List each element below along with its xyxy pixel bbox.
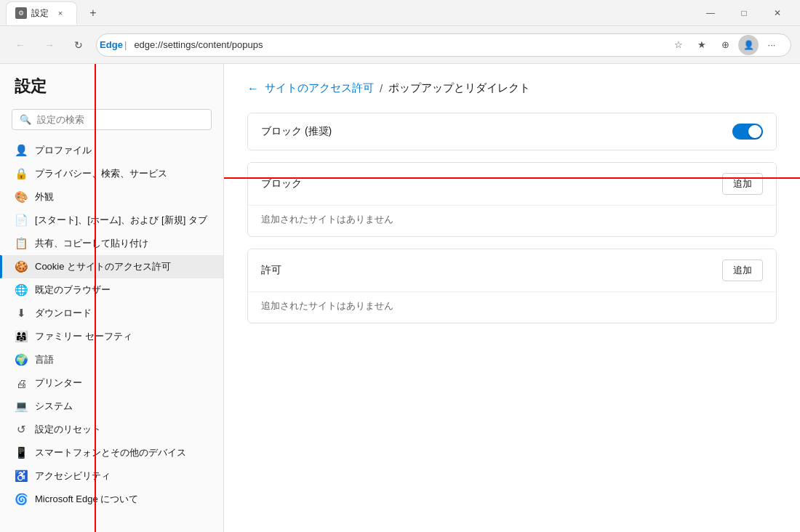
sidebar-item-9[interactable]: 🌍言語 bbox=[0, 348, 223, 371]
sidebar-item-icon-9: 🌍 bbox=[15, 353, 28, 366]
settings-tab[interactable]: ⚙ 設定 × bbox=[6, 1, 77, 25]
sidebar-item-icon-1: 🔒 bbox=[15, 167, 28, 180]
content-inner: ← サイトのアクセス許可 / ポップアップとリダイレクト ブロック (推奨) ブ… bbox=[224, 64, 800, 352]
sidebar-item-12[interactable]: ↺設定のリセット bbox=[0, 418, 223, 441]
block-recommended-title: ブロック (推奨) bbox=[261, 125, 332, 138]
sidebar-item-1[interactable]: 🔒プライバシー、検索、サービス bbox=[0, 162, 223, 185]
block-empty-text: 追加されたサイトはありません bbox=[261, 214, 393, 225]
sidebar-item-label-7: ダウンロード bbox=[35, 307, 92, 320]
sidebar-item-label-9: 言語 bbox=[35, 353, 54, 366]
settings-search-box[interactable]: 🔍 bbox=[12, 109, 212, 130]
search-icon: 🔍 bbox=[20, 114, 31, 125]
sidebar-item-icon-0: 👤 bbox=[15, 144, 28, 157]
allow-title: 許可 bbox=[261, 264, 281, 277]
allow-card: 許可 追加 追加されたサイトはありません bbox=[247, 249, 777, 323]
sidebar-item-3[interactable]: 📄[スタート]、[ホーム]、および [新規] タブ bbox=[0, 209, 223, 232]
sidebar-item-label-5: Cookie とサイトのアクセス許可 bbox=[35, 260, 171, 273]
sidebar-item-icon-6: 🌐 bbox=[15, 283, 28, 297]
allow-header: 許可 追加 bbox=[248, 249, 776, 291]
breadcrumb: ← サイトのアクセス許可 / ポップアップとリダイレクト bbox=[247, 81, 777, 95]
sidebar-item-icon-7: ⬇ bbox=[15, 307, 28, 320]
collections-button[interactable]: ⊕ bbox=[715, 35, 735, 55]
addressbar: ← → ↻ Edge | edge://settings/content/pop… bbox=[0, 26, 800, 64]
sidebar-item-icon-15: 🌀 bbox=[15, 493, 28, 506]
sidebar-item-label-3: [スタート]、[ホーム]、および [新規] タブ bbox=[35, 214, 207, 227]
sidebar-item-15[interactable]: 🌀Microsoft Edge について bbox=[0, 488, 223, 511]
sidebar-item-5[interactable]: 🍪Cookie とサイトのアクセス許可 bbox=[0, 255, 223, 278]
block-recommended-card: ブロック (推奨) bbox=[247, 113, 777, 150]
block-card: ブロック 追加 追加されたサイトはありません bbox=[247, 162, 777, 237]
nav-items: 👤プロファイル🔒プライバシー、検索、サービス🎨外観📄[スタート]、[ホーム]、お… bbox=[0, 139, 223, 511]
main-layout: 設定 🔍 👤プロファイル🔒プライバシー、検索、サービス🎨外観📄[スタート]、[ホ… bbox=[0, 64, 800, 532]
allow-add-button[interactable]: 追加 bbox=[722, 259, 763, 281]
block-header: ブロック 追加 bbox=[248, 163, 776, 205]
block-body: 追加されたサイトはありません bbox=[248, 205, 776, 236]
sidebar-item-label-8: ファミリー セーフティ bbox=[35, 330, 132, 343]
sidebar-item-label-15: Microsoft Edge について bbox=[35, 493, 138, 506]
sidebar-item-icon-10: 🖨 bbox=[15, 376, 28, 390]
tab-close-button[interactable]: × bbox=[53, 6, 68, 20]
annotation-horizontal-line bbox=[224, 177, 800, 179]
sidebar-item-label-2: 外観 bbox=[35, 190, 54, 203]
sidebar-item-13[interactable]: 📱スマートフォンとその他のデバイス bbox=[0, 441, 223, 464]
sidebar-item-icon-2: 🎨 bbox=[15, 190, 28, 203]
block-add-button[interactable]: 追加 bbox=[722, 173, 763, 195]
edge-logo-icon: Edge bbox=[105, 39, 117, 51]
block-title: ブロック bbox=[261, 177, 302, 190]
sidebar-item-4[interactable]: 📋共有、コピーして貼り付け bbox=[0, 232, 223, 255]
sidebar-item-icon-14: ♿ bbox=[15, 469, 28, 483]
breadcrumb-separator: / bbox=[380, 82, 383, 94]
sidebar-item-icon-8: 👨‍👩‍👧 bbox=[15, 330, 28, 343]
content-area: ← サイトのアクセス許可 / ポップアップとリダイレクト ブロック (推奨) ブ… bbox=[224, 64, 800, 532]
minimize-button[interactable]: — bbox=[694, 1, 727, 25]
titlebar: ⚙ 設定 × + — □ ✕ bbox=[0, 0, 800, 26]
block-recommended-toggle[interactable] bbox=[732, 124, 763, 140]
close-window-button[interactable]: ✕ bbox=[761, 1, 794, 25]
sidebar-title: 設定 bbox=[0, 76, 223, 109]
sidebar-item-label-11: システム bbox=[35, 400, 73, 413]
sidebar-item-icon-11: 💻 bbox=[15, 400, 28, 413]
breadcrumb-current: ポップアップとリダイレクト bbox=[388, 81, 530, 95]
maximize-button[interactable]: □ bbox=[727, 1, 761, 25]
breadcrumb-back-button[interactable]: ← bbox=[247, 82, 259, 95]
sidebar-item-8[interactable]: 👨‍👩‍👧ファミリー セーフティ bbox=[0, 325, 223, 348]
sidebar-item-label-10: プリンター bbox=[35, 376, 82, 390]
address-bar[interactable]: Edge | edge://settings/content/popups ☆ … bbox=[96, 33, 791, 57]
sidebar-item-icon-3: 📄 bbox=[15, 214, 28, 227]
sidebar-item-icon-12: ↺ bbox=[15, 423, 28, 436]
address-url: edge://settings/content/popups bbox=[134, 39, 263, 50]
sidebar-item-0[interactable]: 👤プロファイル bbox=[0, 139, 223, 162]
block-recommended-header: ブロック (推奨) bbox=[248, 113, 776, 150]
sidebar-item-label-1: プライバシー、検索、サービス bbox=[35, 167, 167, 180]
sidebar-item-10[interactable]: 🖨プリンター bbox=[0, 371, 223, 395]
sidebar: 設定 🔍 👤プロファイル🔒プライバシー、検索、サービス🎨外観📄[スタート]、[ホ… bbox=[0, 64, 224, 532]
profile-button[interactable]: 👤 bbox=[738, 35, 759, 55]
tab-label: 設定 bbox=[31, 7, 49, 20]
sidebar-item-14[interactable]: ♿アクセシビリティ bbox=[0, 464, 223, 488]
window-controls: — □ ✕ bbox=[694, 1, 794, 25]
sidebar-item-7[interactable]: ⬇ダウンロード bbox=[0, 302, 223, 325]
back-button[interactable]: ← bbox=[9, 33, 32, 57]
forward-button[interactable]: → bbox=[38, 33, 61, 57]
sidebar-item-label-4: 共有、コピーして貼り付け bbox=[35, 237, 148, 250]
breadcrumb-link[interactable]: サイトのアクセス許可 bbox=[265, 81, 374, 95]
tab-settings-icon: ⚙ bbox=[15, 7, 27, 19]
sidebar-item-11[interactable]: 💻システム bbox=[0, 395, 223, 418]
new-tab-button[interactable]: + bbox=[83, 3, 103, 23]
refresh-button[interactable]: ↻ bbox=[67, 33, 90, 57]
sidebar-item-2[interactable]: 🎨外観 bbox=[0, 185, 223, 209]
sidebar-item-6[interactable]: 🌐既定のブラウザー bbox=[0, 278, 223, 302]
sidebar-item-label-6: 既定のブラウザー bbox=[35, 283, 111, 297]
settings-search-input[interactable] bbox=[37, 114, 204, 125]
favorites-star-button[interactable]: ☆ bbox=[668, 35, 689, 55]
annotation-vertical-line bbox=[95, 64, 96, 532]
toggle-thumb bbox=[748, 125, 761, 138]
sidebar-item-label-14: アクセシビリティ bbox=[35, 469, 111, 483]
more-menu-button[interactable]: ··· bbox=[761, 35, 782, 55]
sidebar-item-label-12: 設定のリセット bbox=[35, 423, 101, 436]
sidebar-item-label-0: プロファイル bbox=[35, 144, 92, 157]
favorites-button[interactable]: ★ bbox=[692, 35, 712, 55]
sidebar-item-icon-13: 📱 bbox=[15, 446, 28, 459]
sidebar-item-icon-5: 🍪 bbox=[15, 260, 28, 273]
allow-empty-text: 追加されたサイトはありません bbox=[261, 300, 393, 311]
